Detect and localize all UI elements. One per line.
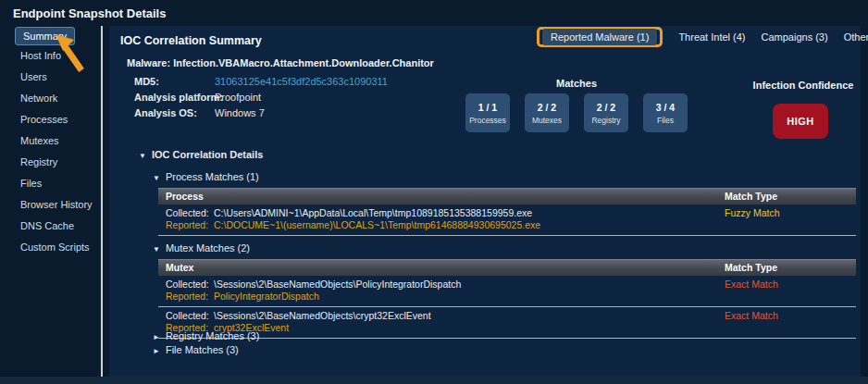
sidebar-item-processes[interactable]: Processes [20,114,68,125]
mutex-match-table: Mutex Match Type Collected:\Sessions\2\B… [158,259,856,339]
md5-label: MD5: [134,76,159,87]
sidebar-item-mutexes[interactable]: Mutexes [20,135,59,146]
match-type-column-header: Match Type [725,189,777,204]
table-header: Process Match Type [158,188,856,204]
analysis-os-label: Analysis OS: [134,107,197,118]
sidebar-item-users[interactable]: Users [20,71,47,82]
tab-threat-intel[interactable]: Threat Intel (4) [678,31,745,43]
sidebar-item-dns-cache[interactable]: DNS Cache [20,220,74,231]
tab-reported-malware[interactable]: Reported Malware (1) [542,29,657,45]
tab-bar: Reported Malware (1) Threat Intel (4) Ca… [537,27,868,47]
file-matches-toggle[interactable]: ►File Matches (3) [153,344,239,355]
process-matches-title: Process Matches (1) [166,171,259,182]
match-label: Processes [469,116,506,125]
panel-title: IOC Correlation Summary [120,34,262,47]
collected-value: \Sessions\2\BaseNamedObjects\crypt32Excl… [214,310,431,321]
collapse-triangle-icon: ▼ [153,245,160,254]
mutex-column-header: Mutex [158,262,193,273]
process-match-table: Process Match Type Collected:C:\Users\AD… [158,188,856,236]
match-count: 2 / 2 [597,102,615,113]
collected-label: Collected: [166,279,214,291]
reported-value: C:\DOCUME~1\(username)\LOCALS~1\Temp\tmp… [214,219,540,230]
annotation-highlight-box: Reported Malware (1) [537,27,663,47]
expand-triangle-icon: ► [153,347,160,355]
match-label: Files [657,116,674,125]
sidebar-item-custom-scripts[interactable]: Custom Scripts [20,242,90,253]
registry-matches-title: Registry Matches (3) [166,330,259,341]
matches-heading: Matches [465,78,688,89]
malware-name: Malware: Infection.VBAMacro.Attachment.D… [127,57,434,68]
match-count: 2 / 2 [538,102,556,113]
collected-label: Collected: [166,310,214,322]
table-header: Mutex Match Type [158,259,856,276]
reported-value: PolicyIntegratorDispatch [214,291,319,302]
reported-label: Reported: [166,291,214,303]
collected-value: \Sessions\2\BaseNamedObjects\PolicyInteg… [214,279,461,290]
table-row: Collected:C:\Users\ADMINI~1\AppData\Loca… [158,204,856,236]
sidebar-item-browser-history[interactable]: Browser History [20,199,93,210]
ioc-details-toggle[interactable]: ▼IOC Correlation Details [139,149,263,160]
table-row: Collected:\Sessions\2\BaseNamedObjects\P… [158,276,856,307]
collected-value: C:\Users\ADMINI~1\AppData\Local\Temp\tmp… [214,207,532,218]
match-box-files[interactable]: 3 / 4 Files [643,93,688,132]
infection-confidence-heading: Infection Confidence [748,80,859,91]
match-box-processes[interactable]: 1 / 1 Processes [465,93,510,132]
collapse-triangle-icon: ▼ [153,174,160,182]
main-panel: IOC Correlation Summary Reported Malware… [109,26,861,377]
registry-matches-toggle[interactable]: ►Registry Matches (3) [153,330,259,341]
match-box-registry[interactable]: 2 / 2 Registry [584,93,628,132]
page-title: Endpoint Snapshot Details [13,6,166,20]
mutex-matches-toggle[interactable]: ▼Mutex Matches (2) [153,242,250,254]
sidebar-item-registry[interactable]: Registry [20,156,57,167]
match-count-boxes: 1 / 1 Processes 2 / 2 Mutexes 2 / 2 Regi… [465,93,688,132]
sidebar-item-summary[interactable]: Summary [15,27,75,45]
match-label: Mutexes [532,116,562,125]
sidebar-divider [101,26,103,377]
sidebar-item-network[interactable]: Network [20,93,57,104]
match-label: Registry [591,116,620,125]
match-count: 3 / 4 [656,102,675,113]
file-matches-title: File Matches (3) [166,344,239,355]
expand-triangle-icon: ► [153,333,160,341]
match-type-value: Exact Match [725,279,778,290]
analysis-platform-value: Proofpoint [215,92,261,103]
ioc-details-title: IOC Correlation Details [152,149,263,160]
collected-label: Collected: [166,207,214,219]
confidence-badge: HIGH [773,104,828,139]
tab-other-malware[interactable]: Other Malware (7) [844,31,868,43]
process-column-header: Process [158,191,204,202]
md5-value-link[interactable]: 31063125e41c5f3df2d5c363c1090311 [215,76,388,87]
match-type-value: Fuzzy Match [725,207,780,218]
match-count: 1 / 1 [478,102,497,113]
mutex-matches-title: Mutex Matches (2) [166,242,250,254]
process-matches-toggle[interactable]: ▼Process Matches (1) [153,171,259,182]
sidebar-item-host-info[interactable]: Host Info [20,50,61,61]
analysis-os-value: Windows 7 [215,107,265,118]
match-box-mutexes[interactable]: 2 / 2 Mutexes [525,93,569,132]
match-type-column-header: Match Type [725,260,777,276]
endpoint-snapshot-window: Endpoint Snapshot Details Summary Host I… [0,0,868,384]
sidebar-item-files[interactable]: Files [20,178,42,189]
analysis-platform-label: Analysis platform: [134,92,223,103]
match-type-value: Exact Match [725,310,778,321]
collapse-triangle-icon: ▼ [139,152,146,160]
reported-label: Reported: [166,219,214,231]
table-row: Collected:\Sessions\2\BaseNamedObjects\c… [158,307,856,339]
footer-strip [0,377,868,384]
tab-campaigns[interactable]: Campaigns (3) [762,31,828,43]
